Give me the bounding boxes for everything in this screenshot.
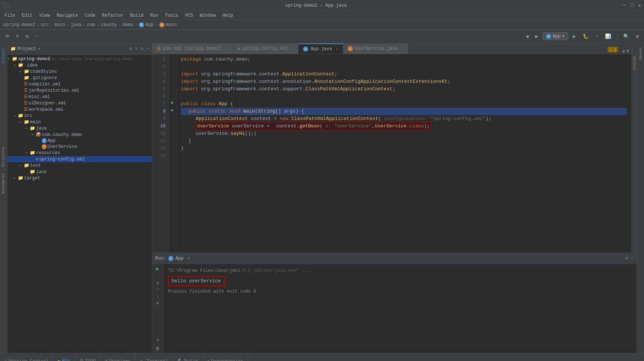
minimize-panel-button[interactable]: ─ xyxy=(146,46,149,52)
menu-file[interactable]: File xyxy=(1,12,18,19)
tree-compiler-xml[interactable]: ☰ compiler.xml xyxy=(7,81,152,87)
run-config-dropdown[interactable]: A App ▾ xyxy=(543,32,568,40)
minimize-panel-button[interactable]: ─ xyxy=(33,32,40,40)
tree-codestyles[interactable]: ▸ 📁 codeStyles xyxy=(7,68,152,75)
collapse-all-button[interactable]: ≡ xyxy=(14,32,21,40)
breadcrumb-main[interactable]: main xyxy=(54,22,65,27)
menu-vcs[interactable]: VCS xyxy=(182,12,196,19)
coverage-button[interactable]: ⚡ xyxy=(593,32,601,40)
tree-main[interactable]: ▾ 📁 main xyxy=(7,119,152,125)
breadcrumb-demo[interactable]: demo xyxy=(123,22,133,27)
editor-content[interactable]: 1 2 3 4 5 6 7 8 9 10 11 12 13 14 xyxy=(152,54,637,253)
menu-run[interactable]: Run xyxy=(147,12,161,19)
profile-button[interactable]: 📊 xyxy=(603,32,613,40)
bottom-tab-version-control[interactable]: ⑂ Version Control xyxy=(0,353,53,361)
minimize-run-button[interactable]: ─ xyxy=(631,256,634,261)
close-pom-tab[interactable]: ✕ xyxy=(225,46,228,51)
tree-app-java[interactable]: C App xyxy=(7,138,152,144)
tree-test[interactable]: ▾ 📁 test xyxy=(7,162,152,169)
tree-test-java[interactable]: 📁 java xyxy=(7,169,152,175)
menu-window[interactable]: Window xyxy=(197,12,219,19)
bottom-tab-terminal[interactable]: >_ Terminal xyxy=(136,353,173,361)
locate-in-tree-button[interactable]: ⊕ xyxy=(129,46,132,52)
run-tool5[interactable]: ⊘ xyxy=(156,337,159,343)
run-again-button[interactable]: ▶ xyxy=(156,266,159,272)
run-button[interactable]: ▶ xyxy=(570,32,579,41)
breadcrumb-cauchy[interactable]: cauchy xyxy=(101,22,117,27)
tab-pom-xml[interactable]: ☰ pom.xml (spring-demo2) ✕ xyxy=(152,43,233,54)
gutter-7[interactable]: ▶ xyxy=(169,99,176,106)
run-main-icon[interactable]: ▶ xyxy=(171,107,174,113)
run-tool6[interactable]: 🗑 xyxy=(156,346,160,351)
run-settings-button[interactable]: ⚙ xyxy=(625,256,628,261)
run-tool3[interactable]: ↓ xyxy=(156,294,159,299)
minimize-button[interactable]: ─ xyxy=(623,2,626,9)
close-userservice-tab[interactable]: ✕ xyxy=(401,46,404,51)
close-button[interactable]: ✕ xyxy=(638,2,641,9)
close-run-tab[interactable]: ✕ xyxy=(187,256,190,261)
more-options-button[interactable]: ⚙ xyxy=(141,46,143,52)
breadcrumb-app[interactable]: App xyxy=(146,22,154,27)
bottom-tab-problems[interactable]: ⊕ Problems xyxy=(101,353,136,361)
collapse-all-tree-button[interactable]: ≡ xyxy=(135,46,137,52)
tree-workspace-xml[interactable]: ☰ workspace.xml xyxy=(7,106,152,113)
menu-edit[interactable]: Edit xyxy=(19,12,36,19)
run-tool2[interactable]: ↑ xyxy=(156,287,159,292)
scrollbar-thumb[interactable] xyxy=(633,56,636,71)
project-panel-tab[interactable]: Project xyxy=(1,45,6,66)
tree-misc-xml[interactable]: ☰ misc.xml xyxy=(7,94,152,100)
breadcrumb-project[interactable]: spring-demo2 xyxy=(3,22,35,27)
menu-navigate[interactable]: Navigate xyxy=(53,12,81,19)
menu-help[interactable]: Help xyxy=(219,12,236,19)
maximize-button[interactable]: □ xyxy=(630,2,633,9)
tab-app-java[interactable]: C App.java ✕ xyxy=(299,43,343,54)
sync-button[interactable]: ⟳ xyxy=(3,32,12,40)
tab-spring-config-xml[interactable]: ☘ spring-config.xml ✕ xyxy=(233,43,299,54)
tree-java-folder[interactable]: ▾ 📁 java xyxy=(7,125,152,131)
tree-root[interactable]: ▾ 📁 spring-demo2 G:\java\java-learning\s… xyxy=(7,56,152,62)
settings-button[interactable]: ⚙ xyxy=(23,32,31,40)
debug-button[interactable]: 🐛 xyxy=(580,32,591,40)
breadcrumb-main-method[interactable]: main xyxy=(166,22,177,27)
tree-gitignore[interactable]: 📁 .gitignore xyxy=(7,75,152,81)
bottom-tab-dependencies[interactable]: ◈ Dependencies xyxy=(203,353,248,361)
back-button[interactable]: ◀ xyxy=(523,32,531,40)
scroll-down-icon[interactable]: ▼ xyxy=(627,49,629,54)
scroll-up-icon[interactable]: ▲ xyxy=(622,49,625,54)
tree-idea-folder[interactable]: ▾ 📁 .idea xyxy=(7,62,152,68)
gutter-8[interactable]: ▶ xyxy=(169,106,176,114)
breadcrumb-java[interactable]: java xyxy=(71,22,81,27)
search-everywhere-button[interactable]: 🔍 xyxy=(621,32,631,40)
close-spring-tab[interactable]: ✕ xyxy=(292,46,294,51)
tree-userservice-java[interactable]: C UserService xyxy=(7,144,152,150)
menu-refactor[interactable]: Refactor xyxy=(99,12,127,19)
tree-spring-config-xml[interactable]: ☘ spring-config.xml xyxy=(7,156,152,162)
maven-label[interactable]: Maven xyxy=(638,45,644,63)
menu-tools[interactable]: Tools xyxy=(162,12,181,19)
run-tool4[interactable]: ⊕ xyxy=(156,300,159,306)
menu-build[interactable]: Build xyxy=(127,12,146,19)
window-controls[interactable]: ─ □ ✕ xyxy=(623,2,641,9)
tree-package[interactable]: ▾ 📦 com.cauchy.demo xyxy=(7,131,152,138)
menu-code[interactable]: Code xyxy=(82,12,98,19)
tab-userservice-java[interactable]: C UserService.java ✕ xyxy=(343,43,409,54)
tree-resources[interactable]: ▾ 📁 resources xyxy=(7,150,152,156)
editor-scrollbar[interactable] xyxy=(631,54,637,253)
tree-src[interactable]: ▾ 📁 src xyxy=(7,113,152,119)
code-area[interactable]: package com.cauchy.demo; import org.spri… xyxy=(176,54,631,253)
tree-target[interactable]: ▸ 📁 target xyxy=(7,175,152,181)
menu-view[interactable]: View xyxy=(36,12,53,19)
run-class-icon[interactable]: ▶ xyxy=(171,100,174,105)
bookmarks-tab[interactable]: Bookmarks xyxy=(1,170,6,196)
run-tool1[interactable]: ⚙ xyxy=(156,281,159,286)
tree-uidesigner-xml[interactable]: ☰ uiDesigner.xml xyxy=(7,100,152,106)
more-tabs-button[interactable]: ⋮ xyxy=(631,48,635,54)
structure-tab[interactable]: Structure xyxy=(1,144,6,170)
tree-jar-repos-xml[interactable]: ☰ jarRepositories.xml xyxy=(7,87,152,94)
forward-button[interactable]: ▶ xyxy=(533,32,540,40)
bottom-tab-build[interactable]: 🔨 Build xyxy=(173,353,203,361)
bottom-tab-todo[interactable]: ☰ TODO xyxy=(75,353,101,361)
bottom-tab-run[interactable]: ▶ Run xyxy=(53,353,75,361)
settings-main-button[interactable]: ⚙ xyxy=(634,32,641,40)
breadcrumb-com[interactable]: com xyxy=(87,22,95,27)
